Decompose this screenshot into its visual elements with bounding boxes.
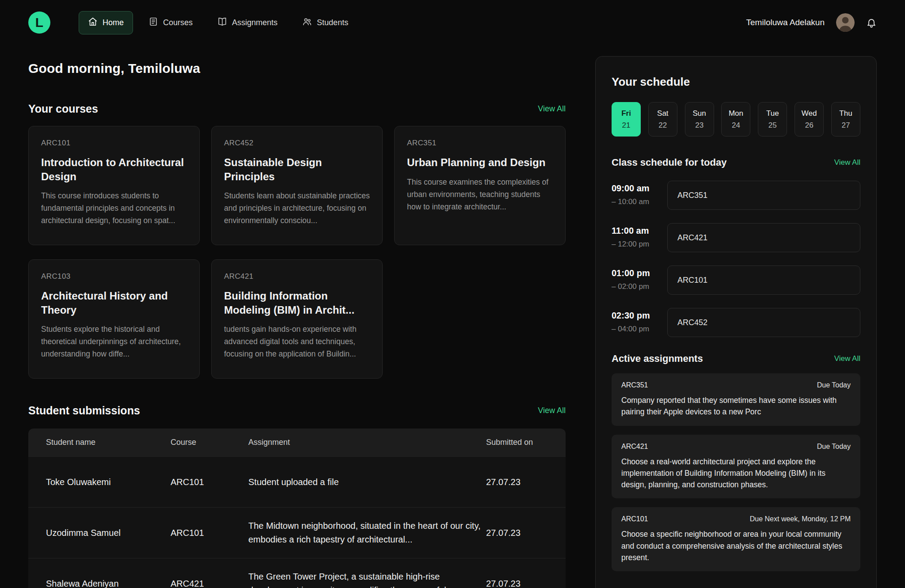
assignment-course-code: ARC351: [621, 381, 648, 389]
course-description: This course introduces students to funda…: [41, 190, 187, 227]
table-header-submitted: Submitted on: [486, 438, 548, 447]
class-start-time: 02:30 pm: [612, 311, 661, 321]
cell-submitted-on: 27.07.23: [486, 528, 548, 538]
nav-item-assignments[interactable]: Assignments: [208, 11, 287, 34]
nav-item-label: Home: [103, 18, 124, 27]
class-time: 01:00 pm – 02:00 pm: [612, 266, 661, 291]
table-row[interactable]: Shalewa Adeniyan ARC421 The Green Tower …: [28, 558, 566, 588]
course-code: ARC103: [41, 272, 187, 281]
assignments-icon: [217, 17, 227, 29]
active-assignments-header: Active assignments View All: [612, 353, 860, 364]
day-name: Tue: [766, 109, 779, 118]
day-button-tue[interactable]: Tue 25: [758, 102, 787, 137]
assignment-card[interactable]: ARC101 Due Next week, Monday, 12 PM Choo…: [612, 507, 860, 571]
courses-view-all-link[interactable]: View All: [538, 104, 566, 114]
day-button-thu[interactable]: Thu 27: [831, 102, 860, 137]
day-name: Mon: [729, 109, 743, 118]
nav-item-label: Courses: [163, 18, 193, 27]
logo-letter: L: [35, 15, 43, 30]
day-date: 22: [658, 121, 667, 130]
class-chip[interactable]: ARC351: [667, 181, 860, 210]
nav-item-label: Students: [317, 18, 348, 27]
schedule-title: Your schedule: [612, 75, 860, 89]
table-row[interactable]: Uzodimma Samuel ARC101 The Midtown neigh…: [28, 507, 566, 558]
cell-course: ARC101: [171, 477, 244, 487]
assignment-due-badge: Due Today: [817, 381, 851, 389]
course-card[interactable]: ARC101 Introduction to Architectural Des…: [28, 126, 200, 245]
course-card[interactable]: ARC351 Urban Planning and Design This co…: [394, 126, 566, 245]
assignment-due-badge: Due Today: [817, 443, 851, 451]
top-navbar: L Home Courses Assignments Students: [0, 0, 905, 45]
day-button-sat[interactable]: Sat 22: [648, 102, 677, 137]
class-list: 09:00 am – 10:00 am ARC351 11:00 am – 12…: [612, 181, 860, 337]
class-end-time: – 10:00 am: [612, 197, 661, 206]
courses-icon: [148, 17, 158, 29]
cell-course: ARC421: [171, 579, 244, 588]
app-logo[interactable]: L: [28, 11, 50, 34]
class-chip[interactable]: ARC421: [667, 223, 860, 252]
course-title: Architectural History and Theory: [41, 289, 187, 317]
cell-assignment: The Midtown neighborhood, situated in th…: [248, 511, 482, 554]
assignment-text: Choose a real-world architectural projec…: [621, 456, 851, 491]
today-schedule-header: Class schedule for today View All: [612, 157, 860, 168]
assignment-text: Company reported that they sometimes hav…: [621, 395, 851, 418]
course-card[interactable]: ARC421 Building Information Modeling (BI…: [211, 259, 383, 379]
main-content: Good morning, Temiloluwa Your courses Vi…: [28, 45, 566, 588]
class-end-time: – 04:00 pm: [612, 325, 661, 334]
table-header-row: Student name Course Assignment Submitted…: [28, 429, 566, 456]
table-header-course: Course: [171, 438, 244, 447]
assignment-card[interactable]: ARC421 Due Today Choose a real-world arc…: [612, 435, 860, 499]
cell-student-name: Uzodimma Samuel: [46, 528, 166, 538]
assignments-view-all-link[interactable]: View All: [834, 354, 860, 363]
day-button-mon[interactable]: Mon 24: [721, 102, 750, 137]
day-name: Sun: [693, 109, 706, 118]
cell-submitted-on: 27.07.23: [486, 477, 548, 487]
course-title: Sustainable Design Principles: [224, 156, 370, 183]
class-chip[interactable]: ARC101: [667, 266, 860, 295]
submissions-view-all-link[interactable]: View All: [538, 406, 566, 415]
day-name: Thu: [839, 109, 852, 118]
submissions-section-header: Student submissions View All: [28, 404, 566, 417]
day-date: 21: [622, 121, 631, 130]
cell-student-name: Toke Oluwakemi: [46, 477, 166, 487]
day-selector: Fri 21 Sat 22 Sun 23 Mon 24 Tue 25 Wed 2…: [612, 102, 860, 137]
course-code: ARC421: [224, 272, 370, 281]
navbar-right: Temiloluwa Adelakun: [746, 13, 877, 32]
class-time: 02:30 pm – 04:00 pm: [612, 308, 661, 334]
table-row[interactable]: Toke Oluwakemi ARC101 Student uploaded a…: [28, 456, 566, 507]
course-card[interactable]: ARC103 Architectural History and Theory …: [28, 259, 200, 379]
class-end-time: – 12:00 pm: [612, 240, 661, 249]
cell-assignment: Student uploaded a file: [248, 467, 482, 497]
nav-item-home[interactable]: Home: [79, 11, 133, 34]
course-card[interactable]: ARC452 Sustainable Design Principles Stu…: [211, 126, 383, 245]
course-grid: ARC101 Introduction to Architectural Des…: [28, 126, 566, 379]
nav-item-label: Assignments: [232, 18, 278, 27]
avatar[interactable]: [836, 13, 855, 32]
course-code: ARC452: [224, 139, 370, 148]
nav-item-courses[interactable]: Courses: [139, 11, 202, 34]
main-nav: Home Courses Assignments Students: [79, 11, 357, 34]
home-icon: [88, 17, 98, 29]
day-name: Wed: [802, 109, 817, 118]
notifications-bell-icon[interactable]: [866, 17, 877, 28]
course-description: Students learn about sustainable practic…: [224, 190, 370, 227]
day-button-fri[interactable]: Fri 21: [612, 102, 641, 137]
submissions-table: Student name Course Assignment Submitted…: [28, 429, 566, 588]
class-start-time: 09:00 am: [612, 183, 661, 193]
day-button-wed[interactable]: Wed 26: [795, 102, 824, 137]
class-time: 09:00 am – 10:00 am: [612, 181, 661, 206]
students-icon: [302, 17, 312, 29]
assignment-card[interactable]: ARC351 Due Today Company reported that t…: [612, 373, 860, 426]
course-description: Students explore the historical and theo…: [41, 323, 187, 360]
assignment-course-code: ARC101: [621, 515, 648, 523]
day-date: 23: [695, 121, 703, 130]
assignment-list: ARC351 Due Today Company reported that t…: [612, 373, 860, 571]
nav-item-students[interactable]: Students: [293, 11, 357, 34]
schedule-panel: Your schedule Fri 21 Sat 22 Sun 23 Mon 2…: [595, 56, 877, 588]
day-name: Sat: [657, 109, 669, 118]
day-button-sun[interactable]: Sun 23: [685, 102, 714, 137]
course-description: tudents gain hands-on experience with ad…: [224, 323, 370, 360]
cell-submitted-on: 27.07.23: [486, 579, 548, 588]
schedule-view-all-link[interactable]: View All: [834, 158, 860, 167]
class-chip[interactable]: ARC452: [667, 308, 860, 337]
